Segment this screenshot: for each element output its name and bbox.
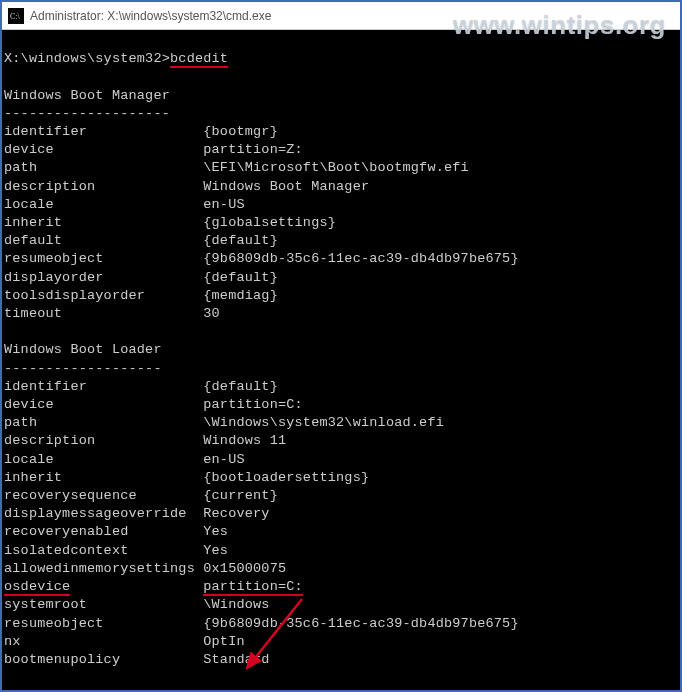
kv-key: displaymessageoverride (4, 506, 187, 521)
kv-val: partition=C: (203, 397, 303, 412)
cmd-icon: C:\ (8, 8, 24, 24)
kv-row: bootmenupolicy Standard (4, 652, 270, 667)
kv-row: path \EFI\Microsoft\Boot\bootmgfw.efi (4, 160, 469, 175)
kv-val: {bootloadersettings} (203, 470, 369, 485)
section-divider: -------------------- (4, 106, 170, 121)
kv-row: identifier {default} (4, 379, 278, 394)
kv-key: path (4, 415, 37, 430)
kv-row: osdevice partition=C: (4, 579, 303, 596)
kv-key: description (4, 179, 95, 194)
kv-val: Yes (203, 543, 228, 558)
prompt-path: X:\windows\system32> (4, 688, 170, 690)
kv-row: displaymessageoverride Recovery (4, 506, 270, 521)
kv-key: timeout (4, 306, 62, 321)
kv-key: description (4, 433, 95, 448)
kv-key: nx (4, 634, 21, 649)
kv-row: isolatedcontext Yes (4, 543, 228, 558)
section-divider: ------------------- (4, 361, 162, 376)
command-chkdsk: chkdsk C: /r /x (170, 688, 295, 690)
kv-key: resumeobject (4, 251, 104, 266)
kv-row: device partition=Z: (4, 142, 303, 157)
kv-val: \Windows\system32\winload.efi (203, 415, 444, 430)
kv-key: displayorder (4, 270, 104, 285)
kv-row: device partition=C: (4, 397, 303, 412)
kv-val: {9b6809db-35c6-11ec-ac39-db4db97be675} (203, 616, 518, 631)
kv-val: Standard (203, 652, 269, 667)
kv-row: recoverysequence {current} (4, 488, 278, 503)
kv-val: {default} (203, 379, 278, 394)
kv-val: 30 (203, 306, 220, 321)
kv-key: resumeobject (4, 616, 104, 631)
kv-key: bootmenupolicy (4, 652, 120, 667)
kv-key: osdevice (4, 579, 70, 596)
kv-key: inherit (4, 215, 62, 230)
kv-val: Yes (203, 524, 228, 539)
kv-row: inherit {globalsettings} (4, 215, 336, 230)
kv-key: identifier (4, 124, 87, 139)
kv-val: Windows 11 (203, 433, 286, 448)
command-bcdedit: bcdedit (170, 51, 228, 68)
kv-val: {default} (203, 233, 278, 248)
kv-row: recoveryenabled Yes (4, 524, 228, 539)
kv-key: default (4, 233, 62, 248)
kv-key: isolatedcontext (4, 543, 129, 558)
kv-key: allowedinmemorysettings (4, 561, 195, 576)
kv-key: recoveryenabled (4, 524, 129, 539)
terminal-output[interactable]: X:\windows\system32>bcdedit Windows Boot… (2, 30, 680, 690)
kv-key: toolsdisplayorder (4, 288, 145, 303)
kv-val: {globalsettings} (203, 215, 336, 230)
section-header: Windows Boot Manager (4, 88, 170, 103)
kv-row: locale en-US (4, 197, 245, 212)
watermark-text: www.wintips.org (453, 10, 666, 41)
kv-key: systemroot (4, 597, 87, 612)
prompt-path: X:\windows\system32> (4, 51, 170, 66)
kv-val: {current} (203, 488, 278, 503)
prompt-line: X:\windows\system32>bcdedit (4, 51, 228, 68)
kv-row: path \Windows\system32\winload.efi (4, 415, 444, 430)
kv-row: displayorder {default} (4, 270, 278, 285)
kv-row: nx OptIn (4, 634, 245, 649)
kv-key: device (4, 142, 54, 157)
kv-row: toolsdisplayorder {memdiag} (4, 288, 278, 303)
kv-val: {9b6809db-35c6-11ec-ac39-db4db97be675} (203, 251, 518, 266)
kv-row: default {default} (4, 233, 278, 248)
kv-val: Recovery (203, 506, 269, 521)
kv-row: systemroot \Windows (4, 597, 270, 612)
kv-key: locale (4, 452, 54, 467)
kv-val: en-US (203, 197, 245, 212)
section-header: Windows Boot Loader (4, 342, 162, 357)
kv-row: locale en-US (4, 452, 245, 467)
kv-val: partition=Z: (203, 142, 303, 157)
kv-row: inherit {bootloadersettings} (4, 470, 369, 485)
kv-val: OptIn (203, 634, 245, 649)
kv-row: identifier {bootmgr} (4, 124, 278, 139)
kv-val: en-US (203, 452, 245, 467)
kv-key: locale (4, 197, 54, 212)
kv-key: identifier (4, 379, 87, 394)
kv-val: partition=C: (203, 579, 303, 596)
kv-val: Windows Boot Manager (203, 179, 369, 194)
kv-key: inherit (4, 470, 62, 485)
kv-row: resumeobject {9b6809db-35c6-11ec-ac39-db… (4, 251, 519, 266)
kv-row: resumeobject {9b6809db-35c6-11ec-ac39-db… (4, 616, 519, 631)
kv-row: description Windows Boot Manager (4, 179, 369, 194)
kv-key: recoverysequence (4, 488, 137, 503)
kv-val: {memdiag} (203, 288, 278, 303)
kv-row: description Windows 11 (4, 433, 286, 448)
kv-val: {bootmgr} (203, 124, 278, 139)
window-title: Administrator: X:\windows\system32\cmd.e… (30, 9, 271, 23)
prompt-line: X:\windows\system32>chkdsk C: /r /x (4, 688, 295, 690)
kv-val: {default} (203, 270, 278, 285)
kv-key: device (4, 397, 54, 412)
svg-text:C:\: C:\ (10, 12, 21, 21)
kv-val: 0x15000075 (203, 561, 286, 576)
kv-val: \EFI\Microsoft\Boot\bootmgfw.efi (203, 160, 469, 175)
kv-row: allowedinmemorysettings 0x15000075 (4, 561, 286, 576)
kv-val: \Windows (203, 597, 269, 612)
kv-key: path (4, 160, 37, 175)
kv-row: timeout 30 (4, 306, 220, 321)
